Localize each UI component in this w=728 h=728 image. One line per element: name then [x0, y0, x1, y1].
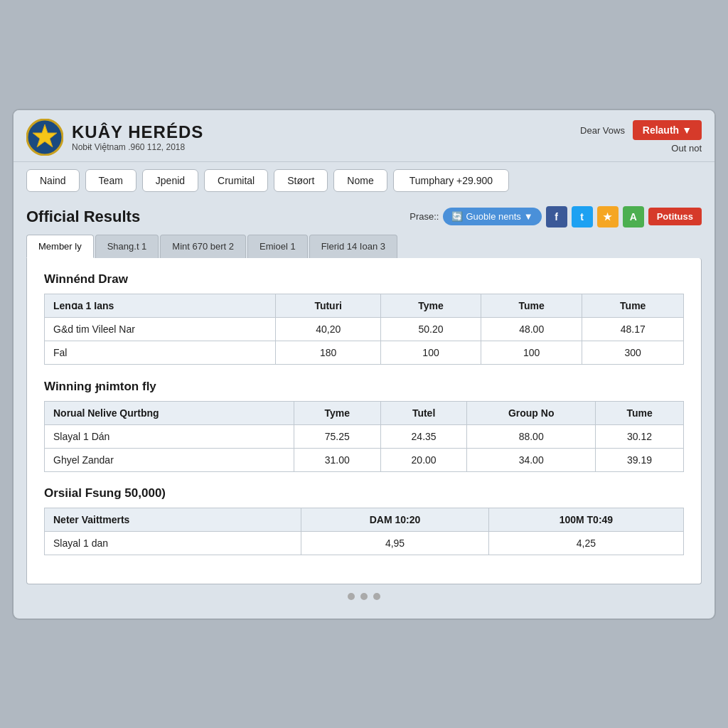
header: KUÂY HERÉDS Nobɨt Việtnam .960 112, 2018…	[14, 110, 714, 162]
section1-col3: Tume	[481, 294, 582, 317]
nav-nome[interactable]: Nome	[333, 169, 387, 192]
results-header: Official Results Prase:: 🔄 Guoble nents …	[26, 206, 702, 228]
section1-col1: Tuturi	[276, 294, 381, 317]
section1-table: Lenɑa 1 Ians Tuturi Tyme Tume Tume G&d t…	[44, 294, 684, 365]
tab-member-ly[interactable]: Member ly	[26, 235, 94, 258]
section2-col4: Tume	[596, 401, 684, 424]
nav-tumphary[interactable]: Tumphary +29.900	[393, 169, 509, 192]
section2-col0: Norual Nelive Qurtbng	[45, 401, 294, 424]
nav-bar: Naind Team Jpenid Crumital Støort Nome T…	[14, 162, 714, 199]
app-subtitle: Nobɨt Việtnam .960 112, 2018	[72, 142, 203, 152]
main-content: Official Results Prase:: 🔄 Guoble nents …	[14, 199, 714, 619]
s1-r1-c4: 300	[582, 341, 684, 364]
s1-r0-c1: 40,20	[276, 317, 381, 341]
s1-r0-c4: 48.17	[582, 317, 684, 341]
table-row: G&d tim Vileel Nar 40,20 50.20 48.00 48.…	[45, 317, 684, 341]
section1-col2: Tyme	[381, 294, 481, 317]
pagination-dots	[26, 584, 702, 606]
section2-col3: Group No	[467, 401, 596, 424]
section2-table: Norual Nelive Qurtbng Tyme Tutel Group N…	[44, 401, 684, 472]
s2-r0-c2: 24.35	[380, 424, 466, 448]
section2-col1: Tyme	[294, 401, 380, 424]
section2-col2: Tutel	[380, 401, 466, 424]
section3-col1: DAM 10:20	[301, 508, 489, 531]
s2-r0-c4: 30.12	[596, 424, 684, 448]
dear-vows-label: Dear Vows Relauth ▼	[580, 120, 702, 140]
nav-crumital[interactable]: Crumital	[204, 169, 268, 192]
s2-r0-c3: 88.00	[467, 424, 596, 448]
s1-r1-c2: 100	[381, 341, 481, 364]
s3-r0-c1: 4,95	[301, 531, 489, 555]
twitter-button[interactable]: t	[572, 206, 593, 228]
s2-r1-c0: Ghyel Zandar	[45, 448, 294, 471]
dot-3[interactable]	[373, 593, 380, 600]
guoble-button[interactable]: 🔄 Guoble nents ▼	[443, 208, 541, 225]
s2-r0-c1: 75.25	[294, 424, 380, 448]
section3-title: Orsiial Fsung 50,000)	[44, 486, 684, 500]
section2-title: Winning ɟnimton fly	[44, 379, 684, 394]
relauth-button[interactable]: Relauth ▼	[633, 120, 702, 140]
star-logo-icon	[26, 119, 63, 156]
nav-team[interactable]: Team	[85, 169, 136, 192]
header-left: KUÂY HERÉDS Nobɨt Việtnam .960 112, 2018	[26, 119, 203, 156]
s2-r1-c1: 31.00	[294, 448, 380, 471]
section3-table: Neter Vaittmerts DAM 10:20 100M T0:49 Sl…	[44, 508, 684, 555]
nav-staort[interactable]: Støort	[274, 169, 328, 192]
section3-col0: Neter Vaittmerts	[45, 508, 301, 531]
section3-col2: 100M T0:49	[488, 508, 683, 531]
s3-r0-c2: 4,25	[488, 531, 683, 555]
facebook-button[interactable]: f	[546, 206, 567, 228]
tab-shang[interactable]: Shang.t 1	[95, 235, 159, 258]
results-title: Official Results	[26, 208, 140, 226]
app-window: KUÂY HERÉDS Nobɨt Việtnam .960 112, 2018…	[12, 109, 716, 620]
s1-r0-c2: 50.20	[381, 317, 481, 341]
prase-label: Prase::	[410, 211, 439, 222]
header-right: Dear Vows Relauth ▼ Out not	[580, 120, 702, 154]
s2-r1-c3: 34.00	[467, 448, 596, 471]
tab-mint[interactable]: Mint 670 bert 2	[160, 235, 246, 258]
table-row: Slayal 1 dan 4,95 4,25	[45, 531, 684, 555]
table-row: Slayal 1 Dán 75.25 24.35 88.00 30.12	[45, 424, 684, 448]
table-row: Fal 180 100 100 300	[45, 341, 684, 364]
s1-r1-c0: Fal	[45, 341, 276, 364]
star-button[interactable]: ★	[597, 206, 619, 228]
s3-r0-c0: Slayal 1 dan	[45, 531, 301, 555]
dot-2[interactable]	[360, 593, 368, 600]
tab-flerid[interactable]: Flerid 14 Ioan 3	[309, 235, 397, 258]
section1-col4: Tume	[582, 294, 684, 317]
nav-naind[interactable]: Naind	[26, 169, 80, 192]
header-title: KUÂY HERÉDS Nobɨt Việtnam .960 112, 2018	[72, 122, 203, 152]
tab-emioel[interactable]: Emioel 1	[247, 235, 308, 258]
section1-title: Winnénd Draw	[44, 272, 684, 287]
guoble-icon: 🔄	[451, 211, 463, 222]
s1-r1-c3: 100	[481, 341, 582, 364]
s2-r1-c2: 20.00	[380, 448, 466, 471]
s2-r1-c4: 39.19	[596, 448, 684, 471]
s2-r0-c0: Slayal 1 Dán	[45, 424, 294, 448]
nav-jpenid[interactable]: Jpenid	[142, 169, 198, 192]
s1-r0-c3: 48.00	[481, 317, 582, 341]
table-row: Ghyel Zandar 31.00 20.00 34.00 39.19	[45, 448, 684, 471]
out-not-label: Out not	[580, 143, 702, 154]
app-title: KUÂY HERÉDS	[72, 122, 203, 142]
section1-col0: Lenɑa 1 Ians	[45, 294, 276, 317]
tabs: Member ly Shang.t 1 Mint 670 bert 2 Emio…	[26, 235, 702, 258]
results-actions: Prase:: 🔄 Guoble nents ▼ f t ★ A Potitus…	[410, 206, 702, 228]
dot-1[interactable]	[348, 593, 355, 600]
results-panel: Winnénd Draw Lenɑa 1 Ians Tuturi Tyme Tu…	[26, 258, 702, 584]
potituss-button[interactable]: Potituss	[648, 208, 702, 225]
a-button[interactable]: A	[623, 206, 644, 228]
s1-r0-c0: G&d tim Vileel Nar	[45, 317, 276, 341]
s1-r1-c1: 180	[276, 341, 381, 364]
